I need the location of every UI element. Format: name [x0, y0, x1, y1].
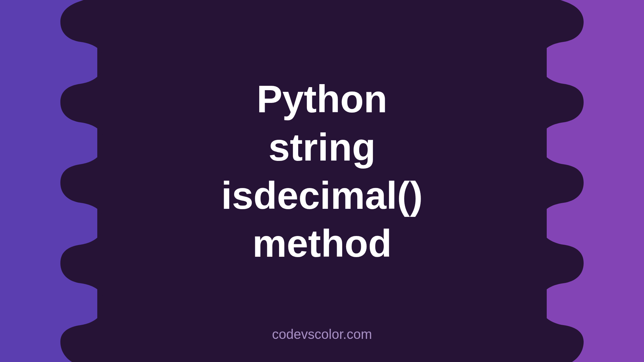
footer-attribution: codevscolor.com — [272, 327, 372, 342]
blob-edge-left — [50, 0, 144, 362]
title-line-2: string — [221, 123, 423, 172]
title-line-1: Python — [221, 75, 423, 123]
title-line-3: isdecimal() — [221, 171, 423, 220]
blob-edge-right — [500, 0, 594, 362]
main-title: Python string isdecimal() method — [221, 75, 423, 268]
title-line-4: method — [221, 220, 423, 268]
